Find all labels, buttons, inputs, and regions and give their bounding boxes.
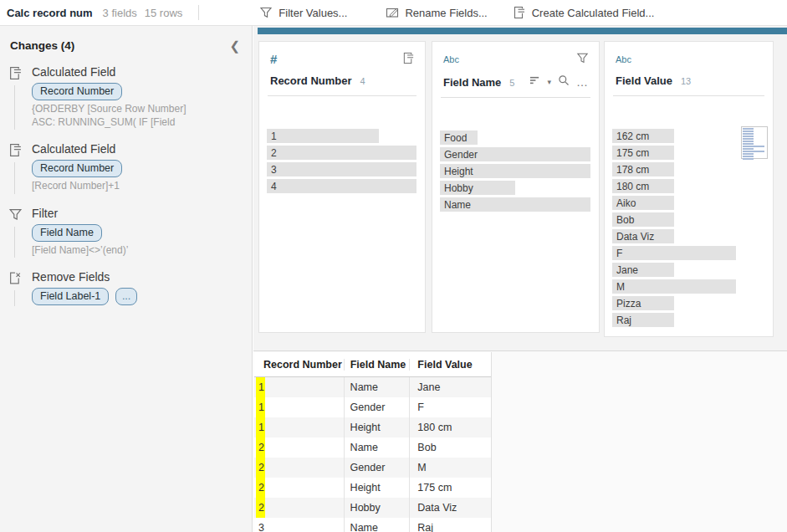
table-cell[interactable]: Data Viz (410, 498, 491, 518)
table-row[interactable]: 2HobbyData Viz (254, 498, 491, 518)
profile-value-row[interactable]: M (612, 279, 736, 294)
table-cell[interactable]: Gender (345, 397, 411, 417)
string-type-icon[interactable]: Abc (616, 54, 631, 64)
table-cell[interactable]: 180 cm (410, 417, 491, 437)
profile-value-row[interactable]: Data Viz (612, 229, 736, 243)
change-item-remove-fields[interactable]: Remove Fields Field Label-1 ... (0, 270, 252, 305)
table-cell[interactable]: Name (345, 518, 411, 532)
profile-value-row[interactable]: 180 cm (612, 179, 736, 193)
more-options-icon[interactable]: … (576, 79, 589, 85)
sort-icon[interactable] (529, 74, 540, 89)
value-label: 178 cm (612, 164, 649, 176)
cell-text: Name (350, 522, 378, 532)
table-cell[interactable]: M (410, 458, 491, 478)
table-cell[interactable]: 175 cm (410, 478, 491, 498)
filter-icon[interactable] (576, 52, 589, 67)
table-cell[interactable]: 2 (254, 498, 345, 518)
table-cell[interactable]: Gender (345, 458, 411, 478)
card-title[interactable]: Field Value (616, 74, 672, 87)
caret-down-icon[interactable]: ▾ (547, 78, 551, 86)
profile-value-row[interactable]: 4 (267, 179, 416, 193)
cell-text: 2 (258, 462, 264, 473)
number-type-icon[interactable]: # (270, 54, 277, 65)
minimap-bar (743, 130, 754, 132)
table-row[interactable]: 1Height180 cm (254, 417, 491, 437)
value-distribution-bar: 175 cm (612, 146, 674, 160)
string-type-icon[interactable]: Abc (443, 54, 459, 64)
table-cell[interactable]: F (410, 397, 491, 417)
column-header-field-value[interactable]: Field Value (410, 359, 491, 371)
table-row[interactable]: 2GenderM (254, 458, 491, 478)
filter-values-button[interactable]: Filter Values... (259, 6, 347, 19)
card-title[interactable]: Field Name (443, 76, 501, 89)
value-distribution-bar: Hobby (440, 181, 515, 195)
profile-value-row[interactable]: Aiko (612, 196, 736, 210)
table-cell[interactable]: Height (345, 417, 411, 437)
table-cell[interactable]: Name (345, 377, 411, 397)
profile-value-row[interactable]: 2 (267, 146, 416, 160)
change-item-calculated-field-1[interactable]: Calculated Field Record Number {ORDERBY … (0, 65, 252, 129)
table-cell[interactable]: 2 (254, 478, 345, 498)
field-pill[interactable]: Record Number (32, 160, 122, 177)
table-row[interactable]: 1GenderF (254, 397, 491, 417)
value-label: 162 cm (612, 130, 649, 142)
cell-text: F (417, 402, 424, 413)
column-header-record-number[interactable]: Record Number (254, 359, 345, 371)
table-cell[interactable]: Height (345, 478, 411, 498)
field-pill[interactable]: Field Label-1 (32, 288, 109, 305)
table-cell[interactable]: 2 (254, 437, 345, 458)
profile-value-row[interactable]: 175 cm (612, 146, 736, 160)
more-fields-pill[interactable]: ... (115, 288, 137, 305)
profile-value-row[interactable]: Food (440, 130, 590, 145)
table-cell[interactable]: Hobby (345, 498, 411, 518)
profile-value-row[interactable]: Gender (440, 147, 590, 161)
profile-value-row[interactable]: 1 (267, 129, 416, 143)
table-cell[interactable]: 1 (254, 417, 345, 437)
scroll-minimap[interactable] (741, 126, 768, 159)
table-row[interactable]: 2Height175 cm (254, 478, 491, 498)
profile-value-row[interactable]: Name (440, 197, 590, 212)
table-cell[interactable]: Name (345, 437, 411, 458)
value-distribution-bar: Raj (612, 313, 674, 327)
table-cell[interactable]: Jane (410, 377, 491, 397)
profile-value-row[interactable]: 162 cm (612, 129, 736, 143)
value-distribution-bar: 1 (267, 129, 379, 143)
value-label: M (612, 281, 625, 293)
cell-text: Gender (350, 402, 386, 413)
profile-card-record-number[interactable]: # Record Number 4 1234 (258, 41, 426, 333)
profile-value-row[interactable]: 3 (267, 162, 416, 176)
field-pill[interactable]: Field Name (32, 224, 102, 242)
create-calculated-field-button[interactable]: Create Calculated Field... (513, 6, 655, 19)
table-cell[interactable]: 3 (254, 518, 345, 532)
cell-text: 1 (258, 402, 264, 413)
table-cell[interactable]: Bob (410, 437, 491, 458)
profile-value-row[interactable]: Raj (612, 313, 736, 327)
table-row[interactable]: 2NameBob (254, 437, 491, 458)
profile-value-row[interactable]: F (612, 246, 736, 260)
table-cell[interactable]: Raj (410, 518, 491, 532)
profile-card-field-name[interactable]: Abc Field Name 5 ▾ … FoodGenderHeightHob… (432, 41, 600, 333)
field-pill[interactable]: Record Number (32, 83, 122, 100)
profile-value-row[interactable]: Bob (612, 212, 736, 227)
profile-value-row[interactable]: Pizza (612, 296, 736, 310)
search-icon[interactable] (558, 74, 570, 89)
table-cell[interactable]: 1 (254, 397, 345, 417)
change-item-calculated-field-2[interactable]: Calculated Field Record Number [Record N… (0, 142, 252, 193)
table-cell[interactable]: 1 (254, 377, 345, 397)
table-row[interactable]: 1NameJane (254, 377, 491, 397)
column-header-field-name[interactable]: Field Name (345, 359, 411, 371)
table-row[interactable]: 3NameRaj (254, 518, 491, 532)
value-label: Name (440, 199, 471, 211)
profile-value-row[interactable]: Height (440, 164, 590, 178)
profile-value-row[interactable]: 178 cm (612, 162, 736, 176)
card-title[interactable]: Record Number (270, 74, 352, 87)
profile-value-row[interactable]: Hobby (440, 181, 590, 195)
rename-fields-button[interactable]: Rename Fields... (386, 6, 487, 19)
profile-value-row[interactable]: Jane (612, 263, 736, 277)
change-item-filter[interactable]: Filter Field Name [Field Name]<>’(end)’ (0, 207, 252, 258)
calculated-field-icon[interactable] (402, 52, 415, 67)
profile-card-field-value[interactable]: Abc Field Value 13 162 cm175 cm178 cm180… (604, 41, 774, 337)
table-cell[interactable]: 2 (254, 458, 345, 478)
card-title-separator (441, 97, 590, 98)
collapse-panel-icon[interactable]: ❮︎ (229, 41, 240, 51)
